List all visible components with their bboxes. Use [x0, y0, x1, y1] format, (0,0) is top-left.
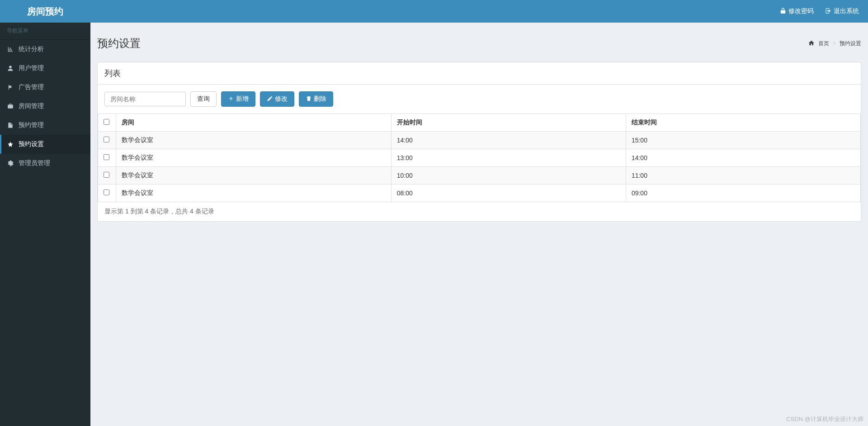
- table-header-row: 房间 开始时间 结束时间: [98, 114, 861, 132]
- gear-icon: [7, 160, 14, 166]
- sidebar-menu: 统计分析 用户管理 广告管理 房间管理 预约管理 预约设置 管理员管理: [0, 40, 90, 173]
- trash-icon: [306, 95, 312, 103]
- end-time-header[interactable]: 结束时间: [626, 114, 860, 132]
- start-time-cell: 14:00: [391, 132, 626, 149]
- sidebar-item-label: 房间管理: [19, 102, 44, 110]
- start-time-cell: 13:00: [391, 149, 626, 167]
- sidebar-item-ads[interactable]: 广告管理: [0, 78, 90, 97]
- end-time-cell: 15:00: [626, 132, 860, 149]
- breadcrumb-current: 预约设置: [840, 40, 861, 47]
- row-checkbox[interactable]: [104, 137, 109, 142]
- sidebar-title: 导航菜单: [0, 23, 90, 40]
- list-panel: 列表 查询 新增 修改 删除 房间 开始时间: [97, 62, 861, 222]
- sidebar-item-label: 统计分析: [19, 45, 44, 53]
- file-icon: [7, 122, 14, 128]
- page-title: 预约设置: [97, 36, 141, 51]
- table-row[interactable]: 数学会议室 14:00 15:00: [98, 132, 861, 149]
- briefcase-icon: [7, 103, 14, 109]
- table-row[interactable]: 数学会议室 13:00 14:00: [98, 149, 861, 167]
- logout-label: 退出系统: [834, 7, 859, 15]
- edit-button-label: 修改: [275, 95, 288, 103]
- home-icon: [808, 40, 815, 47]
- bar-chart-icon: [7, 46, 14, 52]
- room-cell: 数学会议室: [116, 167, 392, 185]
- sidebar-item-reservations[interactable]: 预约管理: [0, 116, 90, 135]
- room-cell: 数学会议室: [116, 149, 392, 167]
- end-time-cell: 14:00: [626, 149, 860, 167]
- top-header: 房间预约 修改密码 退出系统: [0, 0, 868, 23]
- select-all-header: [98, 114, 116, 132]
- lock-icon: [780, 8, 786, 15]
- end-time-cell: 09:00: [626, 185, 860, 202]
- start-time-header[interactable]: 开始时间: [391, 114, 626, 132]
- edit-icon: [267, 95, 273, 103]
- change-password-link[interactable]: 修改密码: [780, 7, 814, 15]
- flag-icon: [7, 84, 14, 90]
- app-logo: 房间预约: [0, 0, 90, 23]
- delete-button-label: 删除: [314, 95, 326, 103]
- room-header[interactable]: 房间: [116, 114, 392, 132]
- sidebar-item-label: 广告管理: [19, 83, 44, 91]
- star-icon: [7, 141, 14, 147]
- add-button[interactable]: 新增: [221, 91, 255, 107]
- start-time-cell: 08:00: [391, 185, 626, 202]
- sidebar-item-label: 预约设置: [19, 140, 44, 148]
- sidebar: 导航菜单 统计分析 用户管理 广告管理 房间管理 预约管理 预约设置 管理员管理: [0, 23, 90, 228]
- logout-link[interactable]: 退出系统: [825, 7, 859, 15]
- breadcrumb-separator: >: [833, 40, 836, 47]
- sidebar-item-admins[interactable]: 管理员管理: [0, 154, 90, 173]
- sidebar-item-stats[interactable]: 统计分析: [0, 40, 90, 59]
- sidebar-item-label: 用户管理: [19, 64, 44, 72]
- main-content: 预约设置 首页 > 预约设置 列表 查询 新增 修改 删除: [90, 23, 868, 228]
- row-checkbox[interactable]: [104, 172, 109, 178]
- logout-icon: [825, 8, 831, 15]
- panel-title: 列表: [98, 62, 861, 85]
- panel-toolbar: 查询 新增 修改 删除: [98, 85, 861, 114]
- breadcrumb-home[interactable]: 首页: [818, 40, 829, 47]
- table-footer: 显示第 1 到第 4 条记录，总共 4 条记录: [98, 202, 861, 221]
- search-input[interactable]: [104, 92, 186, 106]
- sidebar-item-rooms[interactable]: 房间管理: [0, 97, 90, 116]
- start-time-cell: 10:00: [391, 167, 626, 185]
- content-header: 预约设置 首页 > 预约设置: [97, 29, 861, 57]
- room-cell: 数学会议室: [116, 132, 392, 149]
- breadcrumb: 首页 > 预约设置: [808, 40, 861, 47]
- data-table: 房间 开始时间 结束时间 数学会议室 14:00 15:00 数学会议室 13:…: [98, 114, 861, 202]
- add-button-label: 新增: [236, 95, 249, 103]
- row-checkbox[interactable]: [104, 189, 109, 195]
- sidebar-item-label: 管理员管理: [19, 159, 50, 167]
- edit-button[interactable]: 修改: [260, 91, 294, 107]
- sidebar-item-label: 预约管理: [19, 121, 44, 129]
- header-actions: 修改密码 退出系统: [780, 7, 868, 15]
- change-password-label: 修改密码: [788, 7, 814, 15]
- table-row[interactable]: 数学会议室 10:00 11:00: [98, 167, 861, 185]
- select-all-checkbox[interactable]: [104, 119, 109, 125]
- search-button[interactable]: 查询: [190, 91, 217, 107]
- table-row[interactable]: 数学会议室 08:00 09:00: [98, 185, 861, 202]
- delete-button[interactable]: 删除: [299, 91, 333, 107]
- sidebar-item-users[interactable]: 用户管理: [0, 59, 90, 78]
- row-checkbox[interactable]: [104, 154, 109, 160]
- end-time-cell: 11:00: [626, 167, 860, 185]
- sidebar-item-reservation-settings[interactable]: 预约设置: [0, 135, 90, 154]
- user-icon: [7, 65, 14, 71]
- room-cell: 数学会议室: [116, 185, 392, 202]
- plus-icon: [228, 95, 234, 103]
